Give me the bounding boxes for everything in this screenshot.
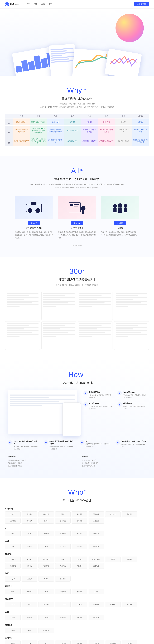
how-feature: ◉ 浏览器应用B/S Chrome/Edge · PC/Mac · 无需安装随时… — [83, 391, 112, 399]
how-feature-list: ◉ 浏览器应用B/S Chrome/Edge · PC/Mac · 无需安装随时… — [83, 390, 146, 434]
why-cell: 应用型BI 多维交叉分析 可视化大屏 — [132, 136, 149, 146]
svg-rect-6 — [74, 204, 79, 205]
who-logo: 亚夏汽车 — [22, 589, 37, 594]
why-cell: 工单/客服派单/回访/投诉 — [115, 126, 132, 136]
why-cell: 客户360/老板通/报表/大屏 — [132, 126, 149, 136]
nav-about[interactable]: 关于 — [48, 3, 52, 6]
who-logo: 国电南瑞 — [88, 602, 104, 607]
feature-desc: 组织同步、单点登录、消息与审批双向打通 — [121, 443, 146, 448]
who-logo: JMTI — [38, 544, 54, 549]
why-col-head: 产品 — [47, 114, 64, 118]
how-extra-crm: CRM助力库 大量标准数据模板可下载复用 营销标准流程一键套用 行业最佳实践持续… — [8, 455, 72, 467]
how-feature: ◉ API 开放REST接口与Webhook，对接ERP/商城/自有系统 — [79, 440, 110, 450]
allin-card: 超兔ACC 替代财务收支账 销售回款自动生成应收/实收流水；采购付款生成应付/实… — [58, 196, 96, 239]
scene-tile — [41, 321, 77, 350]
allin-illustration — [101, 196, 139, 219]
who-logo: 华胜天成 — [55, 531, 71, 536]
how-feature: ◉ 微信小程序 轻量入口，客户/伙伴免安装即可参与协同 — [117, 402, 146, 410]
scenes-grid — [5, 292, 149, 350]
who-logo: 凯普生物 — [38, 512, 54, 517]
who-logo: 科伦药业 — [105, 512, 121, 517]
why-cell: 库存周转、发货及时率 — [98, 136, 115, 146]
allin-badge: 超兔薪资 — [114, 221, 126, 225]
who-category: 营销 — [5, 611, 149, 613]
who-logo: 华大基因 — [72, 512, 87, 517]
why-cell: 采购管理 — [81, 118, 98, 126]
who-logo: COOPER — [55, 602, 71, 607]
feature-desc: 开放REST接口与Webhook，对接ERP/商城/自有系统 — [85, 443, 110, 448]
svg-point-8 — [81, 206, 85, 210]
feature-icon: ◉ — [117, 391, 122, 396]
allin-card: 超兔通讯 智控多渠道客户通话 打通电话、短信、邮件、在线客服、微信、QQ、表单等… — [15, 196, 53, 239]
why-col-head: 销售 — [30, 114, 47, 118]
hero-devices — [14, 42, 140, 76]
who-logo: 中粮糖业 — [72, 640, 87, 644]
allin-card-title: 替代财务收支账 — [58, 227, 96, 229]
nav-product[interactable]: 产品 — [27, 3, 30, 6]
who-logo: 上海电气 — [5, 556, 20, 562]
svg-point-12 — [118, 204, 122, 208]
who-logo: 东诚药业 — [122, 512, 137, 517]
why-cell: 品控、成本 — [47, 118, 64, 126]
why-cell: 供应商/采购单/询价/比价/到货 — [81, 126, 98, 136]
who-logo: HLJY — [55, 556, 71, 562]
who-logo: 蓝色光标 — [72, 615, 87, 620]
allin-badge: 超兔通讯 — [28, 221, 40, 225]
how-screenshot — [8, 390, 77, 434]
brand-sub: XTools — [15, 4, 19, 5]
who-logo: 老乡鸡 — [5, 628, 20, 633]
who-logo: English — [5, 576, 20, 582]
svg-rect-11 — [113, 208, 117, 212]
feature-title: 微信小程序 — [123, 402, 146, 404]
who-logo: 雷赛智能 — [38, 563, 54, 569]
who-category: 工业 — [5, 540, 149, 542]
svg-rect-7 — [74, 206, 78, 206]
who-logo: 普洛药业 — [72, 518, 87, 524]
why-cell: 产品库/多规格/组合BOM/成本参考价/标签 — [47, 126, 64, 136]
who-logo: 华润三九 — [22, 518, 37, 524]
allin-card-desc: 销售回款自动生成应收/实收流水；采购付款生成应付/实付；支持费用报销、借款、预付… — [58, 230, 96, 239]
who-logo: 东方国信 — [72, 531, 87, 536]
who-section: Who? 53个行业 · 60000+企业 生物/医药汉方药业博济医药凯普生物海… — [0, 478, 154, 644]
svg-point-2 — [35, 208, 40, 213]
who-logo: 博济医药 — [22, 512, 37, 517]
who-logo: 汉方药业 — [5, 512, 20, 517]
why-heading: Whyme — [5, 86, 149, 94]
header: 超兔 XTools 产品 服务 价格 关于 ⊕ 注册试用 — [0, 0, 154, 9]
who-logo: MTE — [22, 602, 37, 607]
who-logo: 众生药业 — [88, 518, 104, 524]
why-cell: 供应商评价、采购成本 — [81, 136, 98, 146]
scenes-desc: 工具流 · 协作流 · 审批流 · 图表流 · 基于用场景而精准设计 — [5, 283, 149, 286]
who-logo: LETUKJ — [38, 602, 54, 607]
who-logo: 喜茶 — [22, 628, 37, 633]
why-col-head: 市场 — [13, 114, 30, 118]
why-row-label: 管理 — [5, 126, 13, 136]
nav-service[interactable]: 服务 — [34, 3, 38, 6]
who-logo: 禾川科技 — [22, 563, 37, 569]
who-logo: 随视 — [22, 531, 37, 536]
allin-badge: 超兔ACC — [71, 221, 83, 225]
who-logo: 正泰电器 — [88, 563, 104, 569]
brand-logo[interactable]: 超兔 XTools — [5, 2, 19, 6]
feature-title: 浏览器应用B/S — [89, 391, 112, 393]
svg-rect-3 — [31, 202, 36, 205]
svg-rect-9 — [82, 210, 84, 214]
svg-rect-4 — [69, 202, 80, 212]
who-logo: 致远互联 — [88, 531, 104, 536]
why-cell: 加工单/工序/委外 — [64, 126, 81, 136]
nav-price[interactable]: 价格 — [41, 3, 45, 6]
who-logo: 众业达 — [22, 544, 37, 549]
allin-card-desc: 打通电话、短信、邮件、在线客服、微信、QQ、表单等全渠道通讯，通讯记录自动归集到… — [15, 230, 53, 239]
who-category: 机械/电子 — [5, 553, 149, 555]
svg-rect-13 — [118, 208, 122, 213]
feature-icon: ◉ — [83, 391, 88, 396]
why-cell: 发货、库存 — [98, 118, 115, 126]
svg-rect-15 — [124, 208, 127, 212]
signup-cta[interactable]: ⊕ 注册试用 — [134, 2, 149, 6]
who-logo: 天能股份 — [88, 640, 104, 644]
why-table: 市场销售产品生产采购物流服务经营分析目标获线索（新客户）获订单（新合同/回款）品… — [5, 114, 149, 146]
allin-sub: 通讯集成能力 · 财务收支账 · HR薪资 — [5, 177, 149, 181]
who-category: 生物/医药 — [5, 508, 149, 510]
feature-title: 深度工具OA：钉钉、企微、飞书 — [121, 440, 146, 442]
who-logo: 新南洋 — [22, 576, 37, 582]
